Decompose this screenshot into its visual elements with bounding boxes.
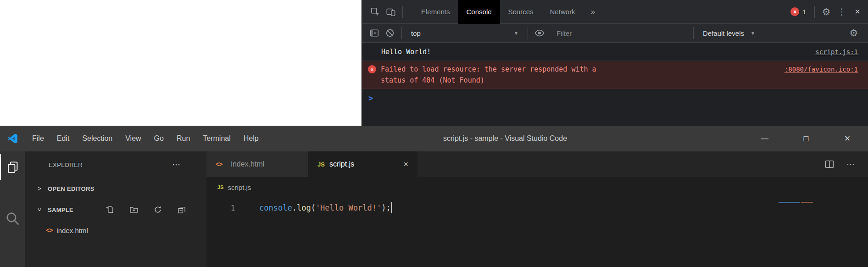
menu-file[interactable]: File (26, 134, 50, 143)
html-file-icon: <> (216, 161, 222, 168)
clear-console-icon[interactable] (382, 25, 398, 41)
new-file-icon[interactable] (106, 205, 115, 214)
vscode-logo-icon (6, 133, 18, 145)
menu-view[interactable]: View (119, 134, 147, 143)
toolbar-divider (528, 27, 528, 39)
window-controls: — □ × (744, 126, 868, 151)
settings-gear-icon[interactable]: ⚙ (818, 4, 834, 20)
code-line-1[interactable]: 1 console.log('Hello World!'); (206, 197, 868, 218)
tab-sources[interactable]: Sources (500, 0, 542, 24)
js-file-icon: JS (217, 184, 223, 190)
split-editor-icon[interactable] (824, 159, 835, 169)
token-string: 'Hello World!' (316, 203, 381, 212)
context-value: top (411, 29, 421, 37)
editor-tab-index-html[interactable]: <> index.html (206, 151, 308, 177)
file-item-index-html[interactable]: <> index.html (25, 220, 206, 240)
editor-tabbar: <> index.html JS script.js × (206, 151, 868, 177)
line-number: 1 (206, 204, 259, 212)
tab-label: index.html (231, 160, 264, 168)
prompt-chevron-icon: > (368, 94, 373, 103)
device-toolbar-icon[interactable] (383, 4, 399, 20)
console-sidebar-icon[interactable] (367, 25, 382, 41)
token-semicolon: ; (386, 203, 390, 212)
more-tabs-icon[interactable]: » (584, 7, 602, 17)
chevron-down-icon: ▼ (751, 31, 755, 36)
code-text: console.log('Hello World!'); (259, 202, 392, 213)
new-folder-icon[interactable] (129, 205, 139, 214)
file-item-label: index.html (56, 227, 88, 234)
menu-go[interactable]: Go (148, 134, 170, 143)
error-count: 1 (802, 8, 806, 16)
minimap[interactable] (779, 202, 813, 203)
editor-tab-script-js[interactable]: JS script.js × (308, 151, 417, 177)
toolbar-divider (402, 6, 403, 18)
inspect-element-icon[interactable] (367, 4, 383, 20)
menu-edit[interactable]: Edit (50, 134, 76, 143)
filter-input[interactable] (556, 29, 690, 37)
editor-more-actions-icon[interactable]: ⋯ (846, 159, 855, 169)
devtools-menu-icon[interactable]: ⋮ (834, 4, 850, 20)
refresh-icon[interactable] (153, 205, 162, 214)
toolbar-divider (401, 27, 402, 39)
chevron-right-icon: > (36, 185, 43, 192)
error-line-1: Failed to load resource: the server resp… (381, 64, 596, 75)
menu-terminal[interactable]: Terminal (196, 134, 237, 143)
menu-help[interactable]: Help (237, 134, 265, 143)
tab-close-icon[interactable]: × (403, 160, 408, 169)
html-file-icon: <> (46, 227, 52, 234)
console-settings-gear-icon[interactable]: ⚙ (846, 25, 862, 41)
close-button[interactable]: × (827, 126, 868, 151)
folder-name: SAMPLE (48, 206, 73, 213)
activity-bar (0, 151, 25, 267)
log-source-link[interactable]: script.js:1 (815, 48, 858, 56)
open-editors-section[interactable]: > OPEN EDITORS (25, 178, 206, 199)
token-close-paren: ) (381, 203, 386, 212)
error-line-2: status of 404 (Not Found) (381, 75, 596, 86)
levels-value: Default levels (703, 29, 744, 37)
menu-bar: File Edit Selection View Go Run Terminal… (26, 134, 265, 143)
log-message-text: Hello World! (381, 48, 431, 56)
maximize-button[interactable]: □ (785, 126, 827, 151)
explorer-header: EXPLORER ⋯ (25, 151, 206, 178)
menu-selection[interactable]: Selection (76, 134, 119, 143)
code-editor[interactable]: 1 console.log('Hello World!'); (206, 197, 868, 267)
tab-console[interactable]: Console (458, 0, 500, 24)
console-message-log: Hello World! script.js:1 (362, 43, 868, 61)
vscode-window: File Edit Selection View Go Run Terminal… (0, 126, 868, 267)
minimize-button[interactable]: — (744, 126, 785, 151)
token-open-paren: ( (311, 203, 316, 212)
token-console: console (259, 203, 292, 212)
console-prompt[interactable]: > (362, 89, 868, 103)
tab-elements[interactable]: Elements (413, 0, 458, 24)
editor-group: <> index.html JS script.js × (206, 151, 868, 267)
token-log: log (297, 203, 311, 212)
menu-run[interactable]: Run (170, 134, 196, 143)
screen: Elements Console Sources Network » × 1 ⚙… (0, 0, 868, 267)
live-expression-eye-icon[interactable] (532, 25, 547, 41)
open-editors-label: OPEN EDITORS (48, 185, 95, 192)
devtools-close-icon[interactable]: × (850, 4, 865, 20)
window-title: script.js - sample - Visual Studio Code (443, 126, 567, 151)
console-log: Hello World! script.js:1 × Failed to loa… (362, 43, 868, 126)
breadcrumb[interactable]: JS script.js (206, 177, 868, 197)
toolbar-divider (814, 6, 815, 18)
console-message-error: × Failed to load resource: the server re… (362, 61, 868, 89)
error-badge-icon[interactable]: × (790, 7, 799, 16)
search-activity-icon[interactable] (0, 206, 25, 231)
token-dot: . (292, 203, 297, 212)
js-file-icon: JS (317, 161, 325, 168)
tab-network[interactable]: Network (542, 0, 584, 24)
log-levels-select[interactable]: Default levels ▼ (697, 29, 761, 37)
javascript-context-select[interactable]: top ▼ (406, 29, 524, 37)
error-source-link[interactable]: :8080/favicon.ico:1 (785, 64, 858, 75)
collapse-all-icon[interactable] (177, 205, 186, 214)
breadcrumb-file: script.js (228, 184, 251, 191)
explorer-activity-icon[interactable] (0, 154, 25, 180)
error-icon: × (368, 65, 376, 73)
error-message-text: Failed to load resource: the server resp… (381, 64, 596, 86)
explorer-more-actions-icon[interactable]: ⋯ (172, 160, 181, 170)
folder-section-sample[interactable]: > SAMPLE (25, 199, 206, 220)
explorer-sidebar: EXPLORER ⋯ > OPEN EDITORS > SAMPLE (25, 151, 206, 267)
browser-viewport (0, 0, 362, 126)
minimap-line-marker (801, 202, 813, 203)
